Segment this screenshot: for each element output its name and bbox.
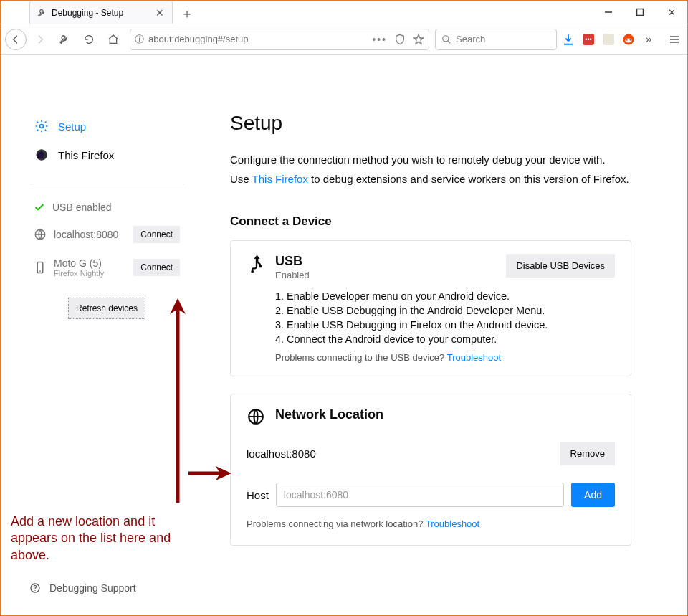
usb-icon <box>247 254 275 274</box>
usb-status-text: Enabled <box>275 270 506 280</box>
disable-usb-button[interactable]: Disable USB Devices <box>506 254 615 278</box>
intro-line-2: Use This Firefox to debug extensions and… <box>230 171 631 188</box>
svg-point-6 <box>629 39 631 40</box>
star-icon[interactable] <box>413 34 424 45</box>
sidebar-localhost-label: localhost:8080 <box>54 229 126 240</box>
main-content: Setup Configure the connection method yo… <box>201 112 660 592</box>
extension-icon-reddit[interactable] <box>620 31 637 48</box>
svg-point-16 <box>34 590 35 591</box>
info-icon: ⓘ <box>135 33 144 46</box>
device-name: Moto G (5) <box>54 257 126 269</box>
host-input-row: Host Add <box>247 483 615 507</box>
tab-title: Debugging - Setup <box>52 8 150 18</box>
globe-icon <box>247 407 275 426</box>
window-titlebar: Debugging - Setup ✕ ＋ ✕ <box>1 1 687 24</box>
new-tab-button[interactable]: ＋ <box>177 4 197 24</box>
shield-icon[interactable] <box>394 34 406 45</box>
usb-footnote: Problems connecting to the USB device? T… <box>275 352 615 363</box>
forward-button[interactable] <box>29 29 51 50</box>
usb-steps-list: Enable Developer menu on your Android de… <box>287 290 615 345</box>
overflow-icon[interactable]: » <box>640 31 657 48</box>
more-icon[interactable]: ••• <box>372 34 387 45</box>
this-firefox-link[interactable]: This Firefox <box>252 173 308 185</box>
host-input[interactable] <box>276 483 564 507</box>
nav-toolbar: ⓘ about:debugging#/setup ••• Search ••• … <box>1 24 687 55</box>
check-icon <box>34 202 45 213</box>
usb-step: Enable Developer menu on your Android de… <box>287 290 615 302</box>
url-text: about:debugging#/setup <box>148 34 368 44</box>
svg-point-12 <box>251 270 254 273</box>
gear-icon <box>34 119 49 133</box>
device-label: Moto G (5) Firefox Nightly <box>54 257 126 278</box>
wrench-icon <box>37 8 47 18</box>
sidebar-thisfirefox-label: This Firefox <box>58 149 114 161</box>
window-controls: ✕ <box>593 1 687 24</box>
help-label: Debugging Support <box>49 582 136 594</box>
remove-location-button[interactable]: Remove <box>560 442 615 465</box>
connect-device-heading: Connect a Device <box>230 214 631 229</box>
usb-card: USB Enabled Disable USB Devices Enable D… <box>230 240 631 376</box>
url-bar[interactable]: ⓘ about:debugging#/setup ••• <box>130 29 429 50</box>
extension-icon-grey[interactable] <box>600 31 617 48</box>
extension-icon-red[interactable]: ••• <box>580 31 597 48</box>
page-area: Setup This Firefox USB enabled localh <box>1 55 687 615</box>
network-footnote: Problems connecting via network location… <box>247 518 615 529</box>
usb-troubleshoot-link[interactable]: Troubleshoot <box>447 352 501 363</box>
tab-strip: Debugging - Setup ✕ ＋ <box>1 1 593 24</box>
devtools-icon[interactable] <box>54 29 75 50</box>
svg-point-7 <box>40 125 44 128</box>
sidebar-item-setup[interactable]: Setup <box>29 112 184 141</box>
hamburger-menu-icon[interactable] <box>666 31 683 48</box>
sidebar-network-location: localhost:8080 Connect <box>29 219 184 250</box>
browser-tab[interactable]: Debugging - Setup ✕ <box>29 1 173 24</box>
sidebar-divider <box>29 184 184 184</box>
debugging-support-link[interactable]: Debugging Support <box>29 582 136 594</box>
sidebar-setup-label: Setup <box>58 120 86 133</box>
network-location-row: localhost:8080 Remove <box>247 439 615 468</box>
usb-title: USB <box>275 254 506 269</box>
connect-localhost-button[interactable]: Connect <box>133 226 180 243</box>
download-icon[interactable] <box>560 31 577 48</box>
help-icon <box>29 582 41 594</box>
usb-step: Connect the Android device to your compu… <box>287 333 615 345</box>
network-card: Network Location localhost:8080 Remove H… <box>230 394 631 546</box>
network-troubleshoot-link[interactable]: Troubleshoot <box>426 518 479 529</box>
connect-device-button[interactable]: Connect <box>133 259 180 276</box>
host-label: Host <box>247 489 269 501</box>
search-placeholder: Search <box>456 34 485 44</box>
svg-rect-1 <box>637 9 644 16</box>
reload-button[interactable] <box>78 29 100 50</box>
add-location-button[interactable]: Add <box>571 483 615 507</box>
home-button[interactable] <box>102 29 124 50</box>
annotation-text: Add a new location and it appears on the… <box>11 513 190 564</box>
minimize-button[interactable] <box>593 1 624 23</box>
network-location-label: localhost:8080 <box>247 447 553 460</box>
svg-point-2 <box>443 35 449 41</box>
firefox-icon <box>34 148 49 162</box>
page-title: Setup <box>230 112 631 135</box>
usb-status-label: USB enabled <box>52 202 112 213</box>
intro-line-1: Configure the connection method you wish… <box>230 152 631 169</box>
usb-status: USB enabled <box>29 196 184 219</box>
sidebar-item-this-firefox[interactable]: This Firefox <box>29 141 184 169</box>
svg-point-4 <box>626 38 632 42</box>
refresh-devices-button[interactable]: Refresh devices <box>68 298 145 319</box>
phone-icon <box>34 261 47 274</box>
svg-rect-13 <box>259 265 262 268</box>
usb-step: Enable USB Debugging in the Android Deve… <box>287 305 615 316</box>
device-sub: Firefox Nightly <box>54 269 126 278</box>
usb-step: Enable USB Debugging in Firefox on the A… <box>287 319 615 331</box>
close-window-button[interactable]: ✕ <box>656 1 687 23</box>
back-button[interactable] <box>5 29 27 50</box>
url-actions: ••• <box>372 34 424 45</box>
svg-point-5 <box>626 39 628 40</box>
sidebar-device: Moto G (5) Firefox Nightly Connect <box>29 250 184 285</box>
close-icon[interactable]: ✕ <box>155 8 165 18</box>
maximize-button[interactable] <box>624 1 656 23</box>
search-icon <box>441 34 452 44</box>
globe-icon <box>34 228 47 241</box>
search-bar[interactable]: Search <box>435 29 557 50</box>
network-title: Network Location <box>275 407 615 422</box>
